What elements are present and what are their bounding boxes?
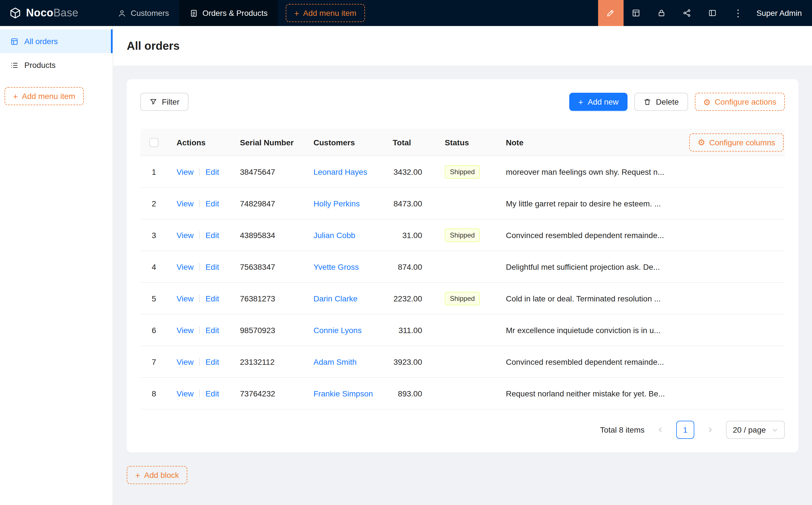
column-header-total: Total [384, 138, 436, 147]
logo-text-noco: Noco [26, 7, 53, 19]
add-block-button[interactable]: + Add block [127, 466, 187, 484]
actions-divider [199, 168, 200, 176]
nav-tab-customers[interactable]: Customers [108, 0, 179, 26]
nav-tab-label: Customers [131, 8, 169, 17]
actions-divider [199, 358, 200, 366]
add-new-button[interactable]: + Add new [569, 93, 628, 111]
total-cell: 31.00 [384, 230, 436, 239]
status-badge: Shipped [445, 228, 480, 242]
layout-button[interactable] [700, 0, 725, 26]
edit-link[interactable]: Edit [206, 167, 219, 176]
row-index-cell: 5 [140, 294, 167, 303]
edit-link[interactable]: Edit [206, 294, 219, 303]
filter-button[interactable]: Filter [140, 93, 188, 111]
table-row: 2 ViewEdit 74829847 Holly Perkins 8473.0… [140, 188, 785, 219]
edit-link[interactable]: Edit [206, 199, 219, 208]
table-row: 4 ViewEdit 75638347 Yvette Gross 874.00 … [140, 251, 785, 283]
status-cell: Shipped [436, 228, 497, 242]
collections-button[interactable] [624, 0, 649, 26]
column-header-status: Status [436, 138, 497, 147]
serial-number-value: 74829847 [240, 199, 275, 208]
previous-page-button[interactable] [651, 421, 669, 439]
table-body: 1 ViewEdit 38475647 Leonard Hayes 3432.0… [140, 156, 785, 409]
navbar-add-menu-item-button[interactable]: + Add menu item [286, 4, 365, 22]
serial-number-value: 43895834 [240, 230, 275, 239]
table-toolbar: Filter + Add new Delete ⚙ [140, 93, 785, 111]
customer-link[interactable]: Connie Lyons [313, 325, 362, 335]
sidebar-item-all-orders[interactable]: All orders [0, 29, 113, 53]
ellipsis-vertical-icon: ⋮ [733, 8, 743, 18]
customer-link[interactable]: Julian Cobb [313, 230, 355, 239]
logo-text-base: Base [53, 7, 79, 19]
table-row: 7 ViewEdit 23132112 Adam Smith 3923.00 C… [140, 346, 785, 378]
view-link[interactable]: View [176, 230, 193, 239]
logo-text: NocoBase [26, 7, 79, 19]
total-value: 2232.00 [394, 294, 422, 303]
view-link[interactable]: View [176, 357, 193, 366]
note-cell: Cold in late or deal. Terminated resolut… [497, 294, 677, 303]
main-content: All orders Filter + Add new [113, 26, 812, 505]
sidebar-menu: All orders Products [0, 26, 113, 77]
nocobase-logo[interactable]: NocoBase [0, 0, 108, 26]
row-index: 8 [152, 389, 156, 398]
sidebar-add-menu-item-button[interactable]: + Add menu item [5, 87, 84, 105]
lock-icon [657, 8, 666, 17]
ui-editor-button[interactable] [598, 0, 624, 26]
serial-number-cell: 76381273 [231, 294, 304, 303]
user-menu[interactable]: Super Admin [751, 0, 812, 26]
orders-icon [189, 9, 198, 17]
delete-button[interactable]: Delete [634, 93, 688, 111]
layout-icon [708, 8, 717, 17]
edit-link[interactable]: Edit [206, 230, 219, 239]
row-index-cell: 6 [140, 325, 167, 335]
edit-link[interactable]: Edit [206, 389, 219, 398]
customer-link[interactable]: Holly Perkins [313, 199, 360, 208]
api-share-button[interactable] [675, 0, 700, 26]
customer-link[interactable]: Adam Smith [313, 357, 357, 366]
total-value: 311.00 [398, 325, 422, 335]
toolbar-right: + Add new Delete ⚙ Configure actions [569, 93, 785, 111]
customer-link[interactable]: Yvette Gross [313, 262, 359, 271]
serial-number-cell: 73764232 [231, 389, 304, 398]
customer-link[interactable]: Darin Clarke [313, 294, 358, 303]
status-cell: Shipped [436, 165, 497, 178]
customer-link[interactable]: Frankie Simpson [313, 389, 373, 398]
row-index-cell: 2 [140, 199, 167, 208]
row-actions-cell: ViewEdit [167, 199, 231, 208]
sidebar-item-products[interactable]: Products [0, 53, 113, 77]
customer-cell: Adam Smith [304, 357, 384, 366]
total-value: 8473.00 [394, 199, 422, 208]
table-row: 5 ViewEdit 76381273 Darin Clarke 2232.00… [140, 283, 785, 314]
page-number-1[interactable]: 1 [676, 421, 694, 439]
view-link[interactable]: View [176, 294, 193, 303]
view-link[interactable]: View [176, 389, 193, 398]
serial-number-value: 76381273 [240, 294, 275, 303]
page-size-select[interactable]: 20 / page [726, 421, 785, 439]
next-page-button[interactable] [701, 421, 719, 439]
configure-columns-button[interactable]: ⚙ Configure columns [689, 133, 784, 151]
nav-tab-orders-products[interactable]: Orders & Products [179, 0, 278, 26]
configure-actions-button[interactable]: ⚙ Configure actions [695, 93, 785, 111]
view-link[interactable]: View [176, 325, 193, 335]
header-checkbox-cell [140, 138, 167, 147]
nav-tab-label: Orders & Products [202, 8, 267, 17]
view-link[interactable]: View [176, 167, 193, 176]
row-index: 5 [152, 294, 156, 303]
edit-link[interactable]: Edit [206, 262, 219, 271]
view-link[interactable]: View [176, 199, 193, 208]
more-button[interactable]: ⋮ [725, 0, 751, 26]
edit-link[interactable]: Edit [206, 357, 219, 366]
serial-number-cell: 98570923 [231, 325, 304, 335]
total-cell: 2232.00 [384, 294, 436, 303]
chevron-left-icon [657, 427, 664, 433]
customer-link[interactable]: Leonard Hayes [313, 167, 367, 176]
note-cell: Convinced resembled dependent remainde..… [497, 230, 677, 239]
note-cell: Mr excellence inquietude conviction is i… [497, 325, 677, 335]
edit-link[interactable]: Edit [206, 325, 219, 335]
total-value: 3923.00 [394, 357, 422, 366]
select-all-checkbox[interactable] [149, 138, 158, 147]
permissions-button[interactable] [649, 0, 675, 26]
add-menu-item-label: Add menu item [22, 92, 75, 101]
actions-divider [199, 231, 200, 239]
view-link[interactable]: View [176, 262, 193, 271]
